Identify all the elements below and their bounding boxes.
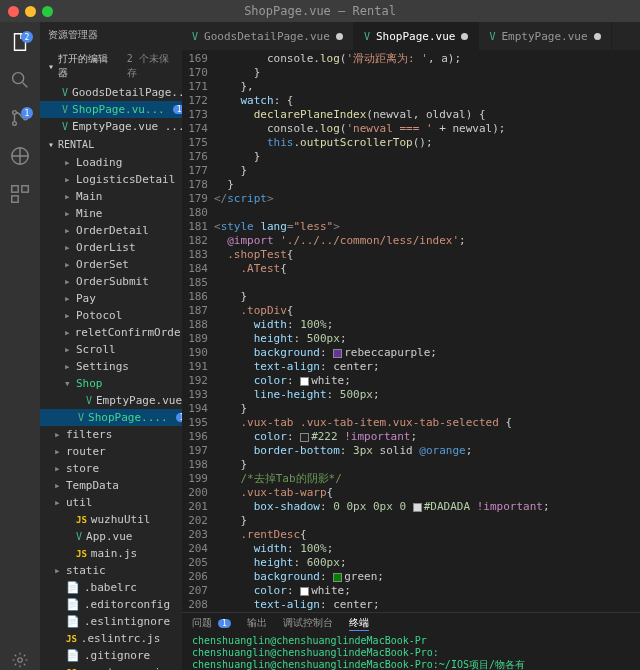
panel-tab[interactable]: 终端 — [349, 616, 369, 631]
svg-rect-7 — [12, 196, 18, 202]
tree-item[interactable]: 📄 .gitignore — [40, 647, 182, 664]
tree-item[interactable]: ▸ OrderSubmit — [40, 273, 182, 290]
tree-item[interactable]: ▸ Potocol — [40, 307, 182, 324]
tree-item[interactable]: JS wuzhuUtil — [40, 511, 182, 528]
scm-icon[interactable]: 1 — [8, 106, 32, 130]
svg-rect-5 — [12, 186, 18, 192]
tree-item[interactable]: ▸ TempData — [40, 477, 182, 494]
editor-tab[interactable]: VShopPage.vue — [354, 22, 480, 50]
tree-item[interactable]: ▸ Scroll — [40, 341, 182, 358]
activity-bar: 2 1 — [0, 22, 40, 670]
editor-area: VGoodsDetailPage.vueVShopPage.vueVEmptyP… — [182, 22, 640, 670]
tree-item[interactable]: ▸ OrderDetail — [40, 222, 182, 239]
explorer-icon[interactable]: 2 — [8, 30, 32, 54]
tree-item[interactable]: ▸ util — [40, 494, 182, 511]
open-editor-item[interactable]: V ShopPage.vu...1 — [40, 101, 182, 118]
tree-item[interactable]: 📄 .eslintignore — [40, 613, 182, 630]
tree-item[interactable]: JS main.js — [40, 545, 182, 562]
panel-tab[interactable]: 问题 1 — [192, 616, 231, 630]
tree-item[interactable]: ▸ store — [40, 460, 182, 477]
svg-point-2 — [13, 122, 17, 126]
window-title: ShopPage.vue — Rental — [0, 4, 640, 18]
terminal[interactable]: chenshuanglin@chenshuanglindeMacBook-Prc… — [182, 633, 640, 670]
panel-tabs: 问题 1输出调试控制台终端 — [182, 613, 640, 633]
tree-item[interactable]: V App.vue — [40, 528, 182, 545]
titlebar: ShopPage.vue — Rental — [0, 0, 640, 22]
tree-item[interactable]: JS .eslintrc.js — [40, 630, 182, 647]
extensions-icon[interactable] — [8, 182, 32, 206]
tree-item[interactable]: V ShopPage....1 — [40, 409, 182, 426]
tree-item[interactable]: 📄 .editorconfig — [40, 596, 182, 613]
debug-icon[interactable] — [8, 144, 32, 168]
tree-item[interactable]: 📄 .babelrc — [40, 579, 182, 596]
svg-rect-6 — [22, 186, 28, 192]
tree-item[interactable]: ▸ router — [40, 443, 182, 460]
editor-tabs: VGoodsDetailPage.vueVShopPage.vueVEmptyP… — [182, 22, 640, 50]
tree-item[interactable]: V EmptyPage.vue — [40, 392, 182, 409]
code-editor[interactable]: 1691701711721731741751761771781791801811… — [182, 50, 640, 612]
tree-item[interactable]: ▸ Main — [40, 188, 182, 205]
panel-tab[interactable]: 调试控制台 — [283, 616, 333, 630]
tree-item[interactable]: ▸ LogisticsDetail — [40, 171, 182, 188]
editor-tab[interactable]: VEmptyPage.vue — [479, 22, 611, 50]
settings-icon[interactable] — [0, 650, 40, 670]
tree-item[interactable]: ▸ filters — [40, 426, 182, 443]
tree-item[interactable]: ▸ Pay — [40, 290, 182, 307]
open-editor-item[interactable]: V EmptyPage.vue ... — [40, 118, 182, 135]
project-header[interactable]: ▾RENTAL — [40, 135, 182, 154]
tree-item[interactable]: ▸ reletConfirmOrder — [40, 324, 182, 341]
open-editors-header[interactable]: ▾打开的编辑器 2 个未保存 — [40, 48, 182, 84]
bottom-panel: 问题 1输出调试控制台终端 chenshuanglin@chenshuangli… — [182, 612, 640, 670]
sidebar-header: 资源管理器 — [40, 22, 182, 48]
code-lines[interactable]: console.log('滑动距离为: ', a); } }, watch: {… — [214, 50, 640, 612]
tree-item[interactable]: ▸ static — [40, 562, 182, 579]
tree-item[interactable]: ▸ OrderSet — [40, 256, 182, 273]
svg-point-8 — [18, 658, 23, 663]
search-icon[interactable] — [8, 68, 32, 92]
tree-item[interactable]: ▸ Loading — [40, 154, 182, 171]
tree-item[interactable]: ▾ Shop — [40, 375, 182, 392]
open-editor-item[interactable]: V GoodsDetailPage... — [40, 84, 182, 101]
line-gutter: 1691701711721731741751761771781791801811… — [182, 50, 214, 612]
svg-point-1 — [13, 111, 17, 115]
editor-tab[interactable]: VGoodsDetailPage.vue — [182, 22, 354, 50]
tree-item[interactable]: ▸ OrderList — [40, 239, 182, 256]
sidebar: 资源管理器 ▾打开的编辑器 2 个未保存 V GoodsDetailPage..… — [40, 22, 182, 670]
svg-point-0 — [13, 73, 24, 84]
tree-item[interactable]: ▸ Settings — [40, 358, 182, 375]
tree-item[interactable]: ▸ Mine — [40, 205, 182, 222]
tree-item[interactable]: JS .postcssrc.js — [40, 664, 182, 670]
panel-tab[interactable]: 输出 — [247, 616, 267, 630]
